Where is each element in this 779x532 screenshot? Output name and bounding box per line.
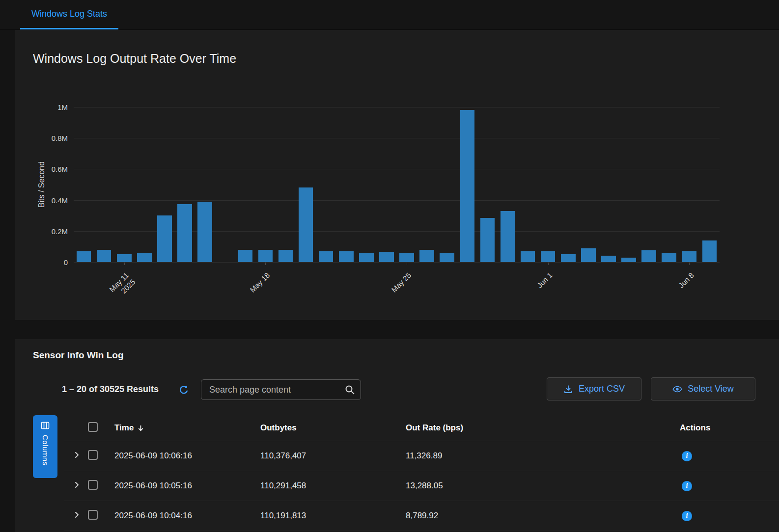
chart-bar (177, 204, 192, 263)
chart-y-tick-label: 0.2M (52, 227, 68, 235)
panel-divider (0, 320, 779, 339)
row-outbytes: 110,376,407 (260, 451, 406, 461)
chart-y-axis: 00.2M0.4M0.6M0.8M1M (15, 107, 68, 262)
chart-gridline (74, 200, 720, 201)
search-box (201, 379, 361, 400)
header-outbytes[interactable]: Outbytes (260, 423, 406, 433)
chart-bar (258, 250, 273, 262)
chart-bar (379, 252, 394, 262)
chart-bar (77, 251, 91, 262)
table-panel: Sensor Info Win Log 1 – 20 of 30525 Resu… (15, 339, 779, 532)
row-checkbox[interactable] (88, 510, 98, 520)
columns-button-label: Columns (41, 435, 50, 466)
chart-gridline (74, 262, 720, 263)
chart-bar (399, 253, 414, 262)
chart-bar (682, 251, 697, 262)
chart-bar (521, 251, 535, 262)
header-actions: Actions (680, 423, 779, 433)
eye-icon (672, 384, 682, 394)
table-body: 2025-06-09 10:06:16 110,376,407 11,326.8… (64, 441, 779, 531)
chart-gridline (74, 107, 720, 107)
chart-bar (117, 254, 132, 262)
export-csv-label: Export CSV (579, 384, 625, 394)
row-info-icon[interactable]: i (682, 451, 692, 461)
select-all-checkbox[interactable] (88, 422, 98, 432)
row-info-icon[interactable]: i (682, 511, 692, 521)
expand-row-chevron-icon[interactable] (73, 481, 82, 490)
chart-bar (278, 250, 293, 262)
chart-bar (419, 250, 434, 262)
data-table: Time Outbytes Out Rate (bps) Actions 202… (64, 415, 779, 531)
chart-bar (480, 218, 495, 262)
row-time: 2025-06-09 10:06:16 (114, 451, 260, 461)
columns-button[interactable]: Columns (33, 415, 57, 478)
row-time: 2025-06-09 10:04:16 (114, 511, 260, 521)
chart-bar (641, 250, 656, 262)
row-outrate: 11,326.89 (406, 451, 680, 461)
chart-bar (501, 211, 515, 262)
table-header-row: Time Outbytes Out Rate (bps) Actions (64, 415, 779, 441)
chart-bar (541, 251, 556, 262)
chart-panel: Windows Log Output Rate Over Time Bits /… (15, 30, 779, 320)
row-checkbox[interactable] (88, 450, 98, 460)
row-outrate: 13,288.05 (406, 481, 680, 491)
chart-bar (581, 248, 596, 262)
row-info-icon[interactable]: i (682, 481, 692, 491)
chart-gridline (74, 138, 720, 138)
chart-plot-area (74, 107, 720, 263)
chart-bar (702, 240, 717, 262)
row-outrate: 8,789.92 (406, 511, 680, 521)
tab-bar: Windows Log Stats (0, 0, 779, 30)
chart-bar (137, 253, 152, 262)
chart-bar (460, 110, 475, 262)
chart-bar (319, 251, 334, 262)
search-icon (344, 384, 355, 395)
chart-bar (299, 187, 313, 262)
table-section-title: Sensor Info Win Log (33, 350, 124, 361)
row-checkbox[interactable] (88, 480, 98, 490)
columns-grid-icon (41, 421, 50, 430)
chart-y-tick-label: 0.4M (52, 196, 68, 204)
row-outbytes: 110,191,813 (260, 511, 406, 521)
expand-row-chevron-icon[interactable] (73, 511, 82, 520)
chart-gridline (74, 169, 720, 169)
row-time: 2025-06-09 10:05:16 (114, 481, 260, 491)
table-row: 2025-06-09 10:05:16 110,291,458 13,288.0… (64, 471, 779, 501)
chart-y-tick-label: 0 (64, 258, 68, 266)
chart-x-labels: May 112025May 18May 25Jun 1Jun 8 (74, 267, 720, 316)
chart-bar (601, 256, 616, 262)
chart-bar (359, 253, 374, 262)
table-row: 2025-06-09 10:04:16 110,191,813 8,789.92… (64, 501, 779, 531)
results-count: 1 – 20 of 30525 Results (62, 384, 159, 395)
export-csv-button[interactable]: Export CSV (547, 377, 641, 400)
chart-bar (339, 251, 354, 262)
chart-bar (97, 250, 111, 262)
chart-bar (197, 202, 212, 262)
sort-descending-icon (137, 425, 144, 432)
chart-bar (238, 250, 253, 262)
chart-bar (561, 254, 576, 262)
row-outbytes: 110,291,458 (260, 481, 406, 491)
chart-bar (440, 253, 454, 262)
select-view-button[interactable]: Select View (651, 377, 755, 400)
refresh-icon (178, 385, 189, 396)
header-out-rate[interactable]: Out Rate (bps) (406, 423, 680, 433)
chart-y-tick-label: 0.6M (52, 165, 68, 173)
chart-bar (621, 258, 636, 262)
table-row: 2025-06-09 10:06:16 110,376,407 11,326.8… (64, 441, 779, 471)
chart-title: Windows Log Output Rate Over Time (33, 52, 236, 66)
expand-row-chevron-icon[interactable] (73, 451, 82, 460)
chart-bar (662, 253, 676, 262)
search-input[interactable] (201, 379, 361, 400)
select-view-label: Select View (688, 384, 734, 394)
header-time[interactable]: Time (114, 423, 260, 433)
chart-y-tick-label: 0.8M (52, 134, 68, 142)
chart-y-tick-label: 1M (57, 103, 68, 111)
tab-windows-log-stats[interactable]: Windows Log Stats (20, 0, 118, 29)
refresh-button[interactable] (178, 385, 190, 397)
chart-bar (157, 215, 172, 262)
download-icon (563, 384, 573, 394)
